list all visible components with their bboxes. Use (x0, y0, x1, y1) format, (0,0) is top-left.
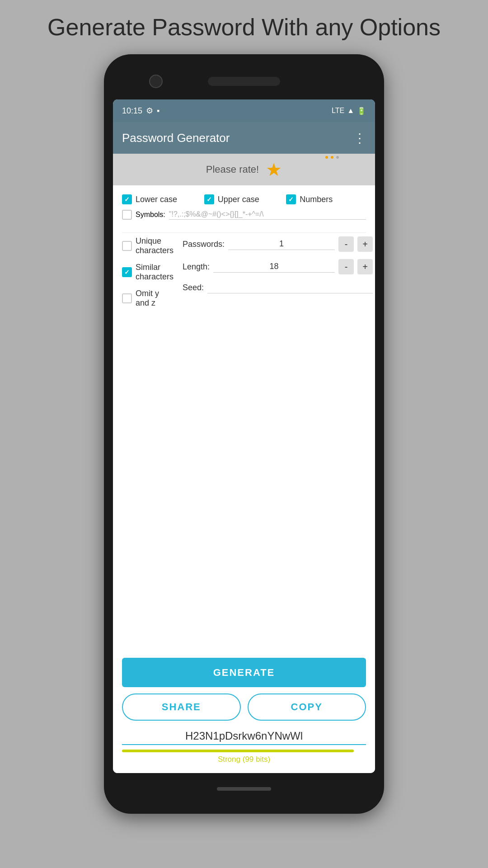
similar-characters-row[interactable]: Similar characters (122, 263, 174, 282)
omit-y-z-checkbox[interactable] (122, 293, 132, 303)
upper-case-checkbox[interactable] (204, 194, 214, 204)
strength-label: Strong (99 bits) (122, 755, 366, 764)
lower-case-checkbox[interactable] (122, 194, 132, 204)
passwords-decrement-button[interactable]: - (338, 236, 354, 252)
phone-screen: 10:15 ⚙ ▪ LTE ▲ 🔋 Password Generator ⋮ P… (113, 99, 375, 773)
rate-banner[interactable]: Please rate! ★ (113, 154, 375, 185)
lower-case-label: Lower case (136, 195, 177, 204)
numbers-label: Numbers (300, 195, 333, 204)
battery-icon: ▪ (157, 106, 160, 116)
action-buttons: SHARE COPY (122, 693, 366, 721)
seed-row: Seed: (183, 282, 373, 293)
confetti-decoration (325, 156, 339, 159)
checkbox-lower-case[interactable]: Lower case (122, 194, 202, 204)
passwords-label: Passwords: (183, 240, 225, 249)
passwords-input[interactable] (228, 238, 335, 250)
checkbox-numbers[interactable]: Numbers (286, 194, 366, 204)
password-output: H23N1pDsrkw6nYNwWl (122, 730, 366, 745)
battery-status-icon: 🔋 (357, 107, 366, 115)
symbols-value: "!?,.:;$%&@~#()<>{}[]_*-+^=/\ (169, 210, 366, 220)
numbers-checkbox[interactable] (286, 194, 296, 204)
status-right: LTE ▲ 🔋 (332, 107, 366, 115)
home-button[interactable] (217, 787, 271, 791)
seed-input[interactable] (207, 282, 373, 293)
options-section: Unique characters Similar characters Omi… (122, 236, 366, 308)
generate-button[interactable]: GENERATE (122, 658, 366, 687)
main-content: Lower case Upper case Numbers Symbols: "… (113, 185, 375, 773)
left-options: Unique characters Similar characters Omi… (122, 236, 174, 308)
strength-bar (122, 750, 354, 752)
unique-characters-row[interactable]: Unique characters (122, 236, 174, 255)
omit-y-z-label: Omit y and z (136, 289, 174, 308)
similar-characters-label: Similar characters (136, 263, 174, 282)
phone-bottom (113, 773, 375, 805)
status-time: 10:15 (122, 106, 142, 116)
passwords-row: Passwords: - + (183, 236, 373, 252)
checkboxes-grid: Lower case Upper case Numbers (122, 194, 366, 204)
star-icon: ★ (266, 159, 282, 180)
settings-icon: ⚙ (146, 106, 153, 116)
generated-password: H23N1pDsrkw6nYNwWl (122, 730, 366, 742)
similar-characters-checkbox[interactable] (122, 267, 132, 277)
seed-label: Seed: (183, 283, 204, 292)
signal-icon: ▲ (347, 107, 354, 115)
phone-frame: 10:15 ⚙ ▪ LTE ▲ 🔋 Password Generator ⋮ P… (104, 54, 384, 814)
divider-1 (122, 232, 366, 233)
rate-label: Please rate! (206, 164, 259, 175)
length-increment-button[interactable]: + (357, 259, 373, 274)
omit-y-z-row[interactable]: Omit y and z (122, 289, 174, 308)
symbols-row: Symbols: "!?,.:;$%&@~#()<>{}[]_*-+^=/\ (122, 210, 366, 220)
phone-camera (149, 75, 163, 88)
phone-top (113, 63, 375, 99)
status-left: 10:15 ⚙ ▪ (122, 106, 160, 116)
length-row: Length: - + (183, 259, 373, 274)
share-button[interactable]: SHARE (122, 693, 241, 721)
overflow-menu-icon[interactable]: ⋮ (353, 131, 366, 146)
passwords-increment-button[interactable]: + (357, 236, 373, 252)
app-bar: Password Generator ⋮ (113, 122, 375, 154)
unique-characters-checkbox[interactable] (122, 241, 132, 251)
upper-case-label: Upper case (218, 195, 259, 204)
length-input[interactable] (213, 261, 335, 273)
length-decrement-button[interactable]: - (338, 259, 354, 274)
status-bar: 10:15 ⚙ ▪ LTE ▲ 🔋 (113, 99, 375, 122)
symbols-label: Symbols: (136, 211, 165, 219)
symbols-checkbox[interactable] (122, 210, 132, 220)
length-label: Length: (183, 262, 210, 272)
lte-label: LTE (332, 107, 344, 115)
checkbox-upper-case[interactable]: Upper case (204, 194, 284, 204)
app-bar-title: Password Generator (122, 131, 230, 145)
right-options: Passwords: - + Length: - + Seed: (183, 236, 373, 308)
unique-characters-label: Unique characters (136, 236, 174, 255)
copy-button[interactable]: COPY (248, 693, 366, 721)
phone-speaker (208, 77, 280, 86)
page-title: Generate Password With any Options (47, 14, 441, 41)
